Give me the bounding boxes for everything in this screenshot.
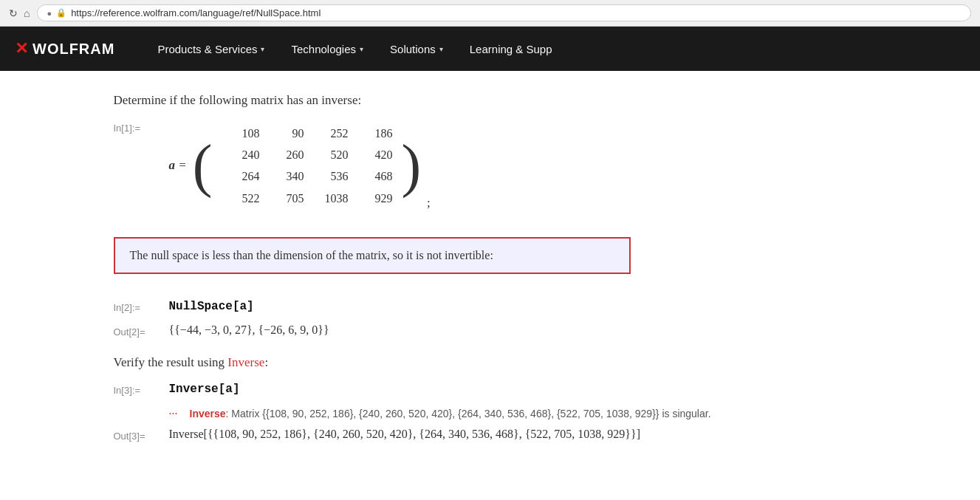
in3-label: In[3]:= [114,382,162,396]
matrix-grid: 108 90 252 186 240 260 520 420 264 340 5… [212,120,401,212]
warning-text-block: Inverse: Matrix {{108, 90, 252, 186}, {2… [190,406,711,422]
matrix-var: a = [169,158,187,173]
input-cell-1: In[1]:= a = ( 108 90 252 186 240 260 520… [114,120,867,212]
verify-text: Verify the result using Inverse: [114,355,867,370]
url-text: https://reference.wolfram.com/language/r… [71,7,321,18]
out3-content: Inverse[{{108, 90, 252, 186}, {240, 260,… [169,428,641,441]
warning-keyword: Inverse [190,408,226,419]
in3-code: Inverse[a] [169,383,240,396]
security-icon: ● [47,9,52,18]
nav-technologies-label: Technologies [291,43,356,55]
out3-value: Inverse[{{108, 90, 252, 186}, {240, 260,… [169,428,641,440]
wolfram-x-icon: ✕ [15,39,28,58]
out2-label: Out[2]= [114,323,162,338]
navbar-brand[interactable]: ✕ WOLFRAM [15,39,114,58]
nav-solutions-label: Solutions [390,43,436,55]
in3-content: Inverse[a] [169,382,240,396]
in2-label: In[2]:= [114,299,162,313]
back-button[interactable]: ↻ [9,7,18,19]
warning-dots-icon: ··· [169,406,184,421]
output-cell-2: Out[2]= {{−44, −3, 0, 27}, {−26, 6, 9, 0… [114,323,867,338]
address-bar[interactable]: ● 🔒 https://reference.wolfram.com/langua… [37,4,971,21]
browser-chrome: ↻ ⌂ ● 🔒 https://reference.wolfram.com/la… [0,0,980,27]
chevron-down-icon: ▾ [360,45,363,53]
in1-label: In[1]:= [114,120,162,134]
home-button[interactable]: ⌂ [24,7,30,19]
nav-technologies[interactable]: Technologies ▾ [278,27,377,71]
input-cell-3: In[3]:= Inverse[a] [114,382,867,396]
out2-value: {{−44, −3, 0, 27}, {−26, 6, 9, 0}} [169,323,329,336]
out3-label: Out[3]= [114,428,162,442]
in2-content: NullSpace[a] [169,299,254,313]
in2-code: NullSpace[a] [169,300,254,313]
matrix-bracket-container: ( 108 90 252 186 240 260 520 420 264 340… [193,120,421,212]
warning-row: ··· Inverse: Matrix {{108, 90, 252, 186}… [169,406,867,422]
navbar-menu: Products & Services ▾ Technologies ▾ Sol… [144,27,565,71]
inverse-link[interactable]: Inverse [227,355,264,369]
navbar: ✕ WOLFRAM Products & Services ▾ Technolo… [0,27,980,71]
verify-suffix: : [264,355,268,369]
matrix-semicolon: ; [427,196,431,212]
intro-text: Determine if the following matrix has an… [114,93,867,108]
chevron-down-icon: ▾ [439,45,443,53]
input-cell-2: In[2]:= NullSpace[a] [114,299,867,313]
chevron-down-icon: ▾ [261,45,264,53]
warning-message: : Matrix {{108, 90, 252, 186}, {240, 260… [226,408,711,419]
highlight-box: The null space is less than the dimensio… [114,237,631,274]
matrix-expr: a = ( 108 90 252 186 240 260 520 420 264… [169,120,431,212]
nav-solutions[interactable]: Solutions ▾ [377,27,456,71]
main-content: Determine if the following matrix has an… [84,71,897,474]
browser-controls: ↻ ⌂ [9,7,30,19]
out2-content: {{−44, −3, 0, 27}, {−26, 6, 9, 0}} [169,323,329,337]
nav-products-services[interactable]: Products & Services ▾ [144,27,278,71]
matrix-left-paren: ( [193,136,213,195]
output-cell-3: Out[3]= Inverse[{{108, 90, 252, 186}, {2… [114,428,867,442]
verify-prefix: Verify the result using [114,355,228,369]
matrix-expression: a = ( 108 90 252 186 240 260 520 420 264… [169,120,431,212]
nav-learning-label: Learning & Supp [470,43,552,55]
matrix-right-paren: ) [401,136,421,195]
highlight-box-text: The null space is less than the dimensio… [130,249,493,261]
lock-icon: 🔒 [56,8,66,18]
nav-products-services-label: Products & Services [157,43,257,55]
nav-learning[interactable]: Learning & Supp [456,27,566,71]
wolfram-logo-text: WOLFRAM [32,41,114,58]
